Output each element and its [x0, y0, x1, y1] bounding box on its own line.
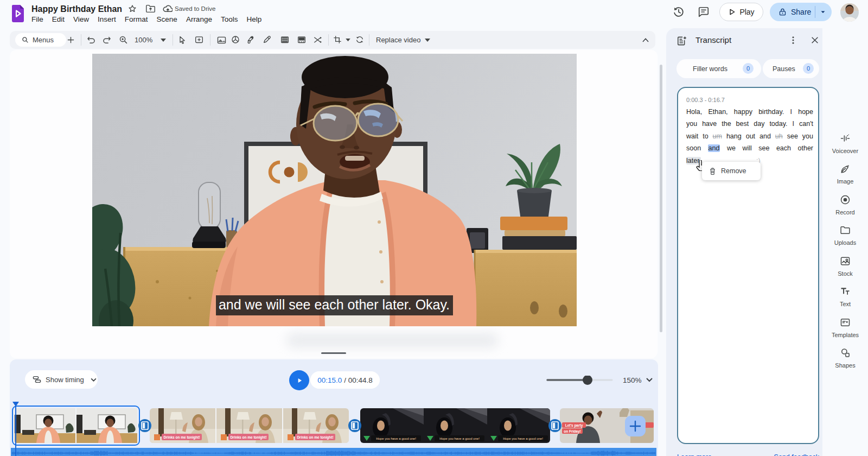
- svg-text:Let's party: Let's party: [565, 423, 583, 428]
- svg-text:and we will see each other lat: and we will see each other later. Okay.: [219, 297, 450, 312]
- svg-text:on Friday!: on Friday!: [564, 429, 580, 434]
- svg-text:150%: 150%: [623, 376, 642, 384]
